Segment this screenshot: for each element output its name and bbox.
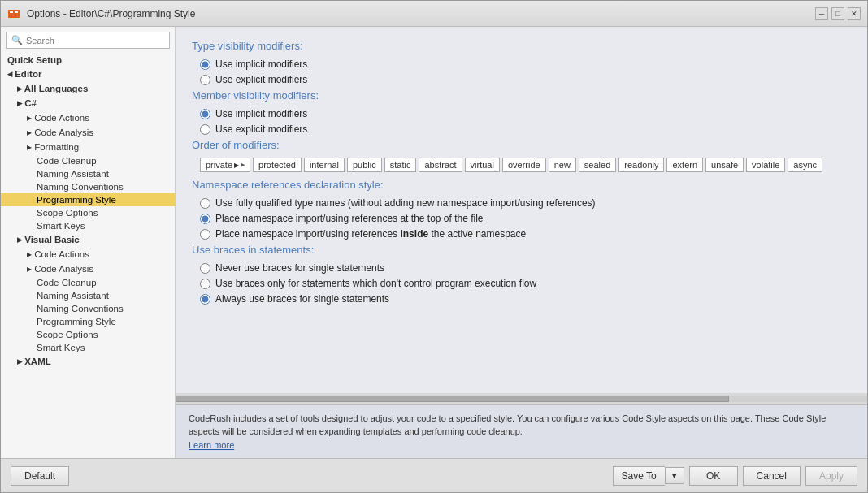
- type-implicit-label: Use implicit modifiers: [215, 58, 307, 70]
- member-implicit-radio[interactable]: [200, 109, 210, 119]
- save-to-arrow-button[interactable]: ▼: [665, 467, 684, 484]
- modifier-tag-unsafe[interactable]: unsafe: [705, 158, 744, 172]
- modifier-tag-virtual[interactable]: virtual: [465, 158, 500, 172]
- sidebar-item-csharp[interactable]: ▸ C#: [1, 96, 175, 110]
- cancel-button[interactable]: Cancel: [743, 466, 801, 486]
- sidebar-item-vb-code-actions[interactable]: ▸ Code Actions: [1, 247, 175, 262]
- type-implicit-option: Use implicit modifiers: [200, 58, 851, 70]
- sidebar-item-editor[interactable]: ◂ Editor: [1, 67, 175, 81]
- sidebar-item-xaml[interactable]: ▸ XAML: [1, 354, 175, 369]
- minimize-button[interactable]: ─: [815, 7, 828, 20]
- apply-button[interactable]: Apply: [805, 466, 857, 486]
- title-bar: Options - Editor\C#\Programming Style ─ …: [1, 1, 867, 27]
- ok-button[interactable]: OK: [689, 466, 738, 486]
- sidebar-item-smart-keys[interactable]: Smart Keys: [1, 219, 175, 232]
- braces-never-radio[interactable]: [200, 263, 210, 274]
- member-explicit-label: Use explicit modifiers: [215, 123, 307, 135]
- modifier-tag-async[interactable]: async: [788, 158, 822, 172]
- sidebar-item-code-cleanup[interactable]: Code Cleanup: [1, 154, 175, 167]
- search-input[interactable]: [26, 36, 164, 45]
- main-window: Options - Editor\C#\Programming Style ─ …: [0, 0, 868, 493]
- use-braces-title: Use braces in statements:: [192, 244, 851, 256]
- member-visibility-options: Use implicit modifiers Use explicit modi…: [200, 108, 851, 135]
- sidebar-item-vb-programming-style[interactable]: Programming Style: [1, 315, 175, 328]
- tree-view: Quick Setup◂ Editor▸ All Languages▸ C#▸ …: [1, 54, 175, 458]
- order-modifiers-title: Order of modifiers:: [192, 139, 851, 151]
- use-braces-options: Never use braces for single statements U…: [200, 262, 851, 305]
- sidebar-item-naming-conventions[interactable]: Naming Conventions: [1, 180, 175, 193]
- svg-rect-0: [8, 10, 20, 18]
- sidebar-item-vb-naming-conventions[interactable]: Naming Conventions: [1, 302, 175, 315]
- braces-only-label: Use braces only for statements which don…: [215, 278, 536, 289]
- ns-fully-qualified-radio[interactable]: [200, 198, 210, 209]
- type-visibility-title: Type visibility modifiers:: [192, 40, 851, 52]
- member-implicit-label: Use implicit modifiers: [215, 108, 307, 119]
- member-implicit-option: Use implicit modifiers: [200, 108, 851, 119]
- modifier-tag-new[interactable]: new: [549, 158, 576, 172]
- modifier-tag-sealed[interactable]: sealed: [579, 158, 616, 172]
- ns-inside-label: Place namespace import/using references …: [215, 228, 526, 240]
- member-visibility-title: Member visibility modifiers:: [192, 89, 851, 102]
- default-button[interactable]: Default: [11, 466, 69, 486]
- content-area: 🔍 Quick Setup◂ Editor▸ All Languages▸ C#…: [1, 27, 867, 458]
- braces-always-radio[interactable]: [200, 294, 210, 305]
- sidebar-item-vb-naming-assistant[interactable]: Naming Assistant: [1, 289, 175, 302]
- learn-more-link[interactable]: Learn more: [189, 440, 234, 450]
- close-button[interactable]: ✕: [848, 7, 861, 20]
- horizontal-scrollbar[interactable]: [176, 393, 867, 404]
- sidebar-item-code-analysis[interactable]: ▸ Code Analysis: [1, 125, 175, 140]
- braces-only-option: Use braces only for statements which don…: [200, 278, 851, 289]
- scrollbar-thumb[interactable]: [176, 396, 729, 402]
- window-title: Options - Editor\C#\Programming Style: [27, 8, 195, 19]
- sidebar-item-all-languages[interactable]: ▸ All Languages: [1, 81, 175, 96]
- braces-only-radio[interactable]: [200, 279, 210, 289]
- app-icon: [7, 7, 20, 20]
- modifier-tag-override[interactable]: override: [502, 158, 546, 172]
- modifier-tag-static[interactable]: static: [384, 158, 417, 172]
- namespace-refs-options: Use fully qualified type names (without …: [200, 197, 851, 240]
- ns-inside-radio[interactable]: [200, 229, 210, 240]
- sidebar-item-vb-scope-options[interactable]: Scope Options: [1, 328, 175, 341]
- type-explicit-option: Use explicit modifiers: [200, 74, 851, 85]
- modifier-tag-abstract[interactable]: abstract: [419, 158, 462, 172]
- ns-fully-qualified-option: Use fully qualified type names (without …: [200, 197, 851, 209]
- sidebar-item-formatting[interactable]: ▸ Formatting: [1, 140, 175, 154]
- save-to-group: Save To ▼: [613, 466, 684, 486]
- type-implicit-radio[interactable]: [200, 59, 210, 70]
- modifier-tag-internal[interactable]: internal: [304, 158, 345, 172]
- maximize-button[interactable]: □: [831, 7, 844, 20]
- info-bar: CodeRush includes a set of tools designe…: [176, 404, 867, 459]
- order-modifiers-section: Order of modifiers: private ▶protectedin…: [192, 139, 851, 172]
- svg-rect-1: [10, 11, 13, 13]
- ns-top-option: Place namespace import/using references …: [200, 213, 851, 224]
- modifier-tag-public[interactable]: public: [347, 158, 382, 172]
- type-explicit-radio[interactable]: [200, 75, 210, 85]
- modifier-tag-private[interactable]: private ▶: [200, 158, 250, 172]
- type-visibility-options: Use implicit modifiers Use explicit modi…: [200, 58, 851, 85]
- modifier-tag-protected[interactable]: protected: [253, 158, 302, 172]
- sidebar-item-vb-code-cleanup[interactable]: Code Cleanup: [1, 276, 175, 289]
- namespace-refs-section: Namespace references declaration style: …: [192, 179, 851, 240]
- sidebar-item-programming-style[interactable]: Programming Style: [1, 193, 175, 206]
- sidebar-item-quick-setup[interactable]: Quick Setup: [1, 54, 175, 67]
- ns-inside-option: Place namespace import/using references …: [200, 228, 851, 240]
- sidebar-item-visual-basic[interactable]: ▸ Visual Basic: [1, 232, 175, 247]
- braces-always-label: Always use braces for single statements: [215, 293, 389, 305]
- sidebar-item-code-actions[interactable]: ▸ Code Actions: [1, 110, 175, 125]
- save-to-button[interactable]: Save To: [613, 466, 665, 486]
- modifier-tag-readonly[interactable]: readonly: [618, 158, 664, 172]
- main-content: Type visibility modifiers: Use implicit …: [176, 27, 867, 458]
- search-box[interactable]: 🔍: [6, 32, 170, 49]
- svg-rect-2: [15, 11, 18, 13]
- member-explicit-radio[interactable]: [200, 124, 210, 135]
- ns-top-radio[interactable]: [200, 214, 210, 224]
- sidebar-item-naming-assistant[interactable]: Naming Assistant: [1, 167, 175, 180]
- braces-always-option: Always use braces for single statements: [200, 293, 851, 305]
- braces-never-label: Never use braces for single statements: [215, 262, 384, 274]
- modifiers-row: private ▶protectedinternalpublicstaticab…: [200, 158, 851, 172]
- modifier-tag-extern[interactable]: extern: [666, 158, 703, 172]
- sidebar-item-scope-options[interactable]: Scope Options: [1, 206, 175, 219]
- sidebar-item-vb-smart-keys[interactable]: Smart Keys: [1, 341, 175, 354]
- modifier-tag-volatile[interactable]: volatile: [746, 158, 785, 172]
- sidebar-item-vb-code-analysis[interactable]: ▸ Code Analysis: [1, 262, 175, 276]
